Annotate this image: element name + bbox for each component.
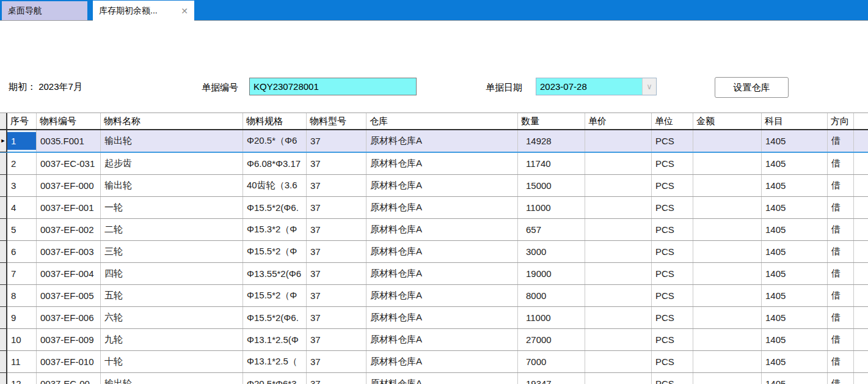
cell-qty[interactable]: 8000 <box>518 285 585 306</box>
cell-direction[interactable]: 借 <box>828 307 854 328</box>
column-header-11[interactable]: 方向 <box>828 113 854 129</box>
cell-account[interactable]: 1405 <box>762 329 828 350</box>
cell-account[interactable]: 1405 <box>762 130 828 152</box>
cell-account[interactable]: 1405 <box>762 219 828 240</box>
row-gutter[interactable] <box>0 263 7 285</box>
cell-model[interactable]: 37 <box>307 153 367 174</box>
cell-model[interactable]: 37 <box>307 329 367 350</box>
cell-code[interactable]: 0037-EF-001 <box>37 197 101 218</box>
cell-account[interactable]: 1405 <box>762 241 828 262</box>
cell-spec[interactable]: Φ13.55*2(Φ6 <box>243 263 307 284</box>
cell-account[interactable]: 1405 <box>762 351 828 372</box>
cell-model[interactable]: 37 <box>307 307 367 328</box>
cell-name[interactable]: 五轮 <box>101 285 243 306</box>
cell-name[interactable]: 输出轮 <box>101 130 243 152</box>
cell-account[interactable]: 1405 <box>762 263 828 284</box>
cell-warehouse[interactable]: 原材料仓库A <box>367 373 518 384</box>
cell-price[interactable] <box>585 263 652 284</box>
cell-amount[interactable] <box>693 351 762 372</box>
cell-name[interactable]: 四轮 <box>101 263 243 284</box>
cell-account[interactable]: 1405 <box>762 175 828 196</box>
cell-unit[interactable]: PCS <box>652 130 693 152</box>
row-gutter[interactable] <box>0 373 7 384</box>
cell-code[interactable]: 0037-EF-004 <box>37 263 101 284</box>
cell-unit[interactable]: PCS <box>652 329 693 350</box>
cell-warehouse[interactable]: 原材料仓库A <box>367 307 518 328</box>
column-header-0[interactable]: 序号 <box>7 113 37 129</box>
cell-seq[interactable]: 7 <box>7 263 37 284</box>
cell-spec[interactable]: Φ13.1*2.5(Φ <box>243 329 307 350</box>
cell-price[interactable] <box>585 351 652 372</box>
cell-seq[interactable]: 3 <box>7 175 37 196</box>
cell-amount[interactable] <box>693 373 762 384</box>
cell-unit[interactable]: PCS <box>652 285 693 306</box>
cell-account[interactable]: 1405 <box>762 197 828 218</box>
cell-direction[interactable]: 借 <box>828 351 854 372</box>
cell-amount[interactable] <box>693 285 762 306</box>
cell-qty[interactable]: 15000 <box>518 175 585 196</box>
cell-spec[interactable]: Φ13.1*2.5（ <box>243 351 307 372</box>
cell-model[interactable]: 37 <box>307 285 367 306</box>
cell-direction[interactable]: 借 <box>828 219 854 240</box>
cell-seq[interactable]: 6 <box>7 241 37 262</box>
cell-warehouse[interactable]: 原材料仓库A <box>367 130 518 152</box>
cell-spec[interactable]: Φ15.5*2（Φ <box>243 241 307 262</box>
cell-account[interactable]: 1405 <box>762 153 828 174</box>
cell-price[interactable] <box>585 307 652 328</box>
cell-amount[interactable] <box>693 153 762 174</box>
cell-price[interactable] <box>585 241 652 262</box>
cell-account[interactable]: 1405 <box>762 373 828 384</box>
cell-warehouse[interactable]: 原材料仓库A <box>367 153 518 174</box>
cell-code[interactable]: 0037-EC-00 <box>37 373 101 384</box>
cell-warehouse[interactable]: 原材料仓库A <box>367 175 518 196</box>
cell-name[interactable]: 输出轮 <box>101 373 243 384</box>
cell-warehouse[interactable]: 原材料仓库A <box>367 263 518 284</box>
cell-name[interactable]: 输出轮 <box>101 175 243 196</box>
cell-name[interactable]: 三轮 <box>101 241 243 262</box>
cell-price[interactable] <box>585 329 652 350</box>
column-header-6[interactable]: 数量 <box>518 113 585 129</box>
column-header-4[interactable]: 物料型号 <box>307 113 367 129</box>
cell-model[interactable]: 37 <box>307 373 367 384</box>
row-gutter[interactable] <box>0 285 7 307</box>
cell-spec[interactable]: Φ15.5*2(Φ6. <box>243 197 307 218</box>
cell-model[interactable]: 37 <box>307 263 367 284</box>
cell-qty[interactable]: 3000 <box>518 241 585 262</box>
cell-qty[interactable]: 14928 <box>518 130 585 152</box>
set-warehouse-button[interactable]: 设置仓库 <box>715 77 789 98</box>
column-header-8[interactable]: 单位 <box>652 113 693 129</box>
cell-direction[interactable]: 借 <box>828 130 854 152</box>
cell-seq[interactable]: 10 <box>7 329 37 350</box>
cell-direction[interactable]: 借 <box>828 197 854 218</box>
cell-direction[interactable]: 借 <box>828 285 854 306</box>
cell-qty[interactable]: 657 <box>518 219 585 240</box>
cell-code[interactable]: 0037-EF-006 <box>37 307 101 328</box>
chevron-down-icon[interactable]: ∨ <box>642 78 656 95</box>
row-gutter[interactable] <box>0 351 7 373</box>
cell-name[interactable]: 九轮 <box>101 329 243 350</box>
cell-name[interactable]: 起步齿 <box>101 153 243 174</box>
cell-name[interactable]: 一轮 <box>101 197 243 218</box>
cell-code[interactable]: 0037-EF-010 <box>37 351 101 372</box>
cell-direction[interactable]: 借 <box>828 153 854 174</box>
cell-direction[interactable]: 借 <box>828 241 854 262</box>
cell-spec[interactable]: Φ15.5*2（Φ <box>243 285 307 306</box>
cell-warehouse[interactable]: 原材料仓库A <box>367 241 518 262</box>
cell-warehouse[interactable]: 原材料仓库A <box>367 329 518 350</box>
cell-seq-focused[interactable]: 1 <box>7 130 37 152</box>
cell-direction[interactable]: 借 <box>828 175 854 196</box>
cell-price[interactable] <box>585 130 652 152</box>
cell-unit[interactable]: PCS <box>652 197 693 218</box>
cell-unit[interactable]: PCS <box>652 241 693 262</box>
row-gutter[interactable] <box>0 197 7 219</box>
cell-direction[interactable]: 借 <box>828 373 854 384</box>
row-gutter[interactable] <box>0 175 7 197</box>
cell-direction[interactable]: 借 <box>828 329 854 350</box>
cell-code[interactable]: 0037-EF-000 <box>37 175 101 196</box>
cell-seq[interactable]: 5 <box>7 219 37 240</box>
cell-price[interactable] <box>585 175 652 196</box>
cell-warehouse[interactable]: 原材料仓库A <box>367 219 518 240</box>
column-header-7[interactable]: 单价 <box>585 113 652 129</box>
cell-seq[interactable]: 4 <box>7 197 37 218</box>
cell-qty[interactable]: 19000 <box>518 263 585 284</box>
